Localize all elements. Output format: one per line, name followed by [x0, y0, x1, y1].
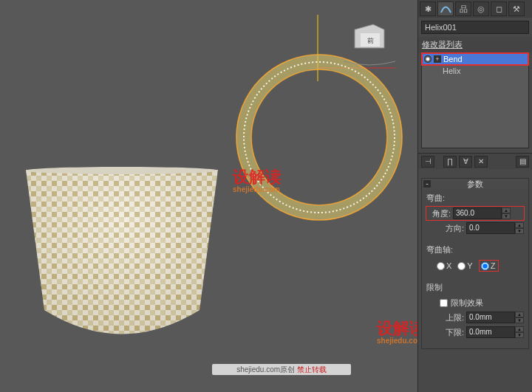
- limit-group-label: 限制: [426, 282, 524, 293]
- axis-x-radio[interactable]: [437, 262, 445, 270]
- show-end-result-button[interactable]: ∏: [443, 156, 457, 168]
- spinner-up[interactable]: ▲: [515, 312, 524, 317]
- direction-spinner[interactable]: 0.0 ▲▼: [466, 222, 524, 234]
- spinner-up[interactable]: ▲: [502, 207, 511, 213]
- watermark: 设解读 shejiedu.com: [233, 166, 282, 193]
- make-unique-button[interactable]: ∀: [459, 156, 472, 168]
- display-tab[interactable]: ◻: [491, 1, 507, 16]
- spinner-down[interactable]: ▼: [502, 213, 511, 219]
- direction-label: 方向:: [441, 223, 464, 234]
- modifier-stack[interactable]: + Bend Helix: [421, 52, 529, 148]
- upper-label: 上限:: [441, 312, 464, 323]
- modify-tab[interactable]: [437, 1, 454, 16]
- viewcube-label: 前: [367, 37, 374, 44]
- bend-axis-radios: X Y Z: [426, 260, 524, 272]
- lightbulb-icon[interactable]: [424, 55, 432, 63]
- spinner-down[interactable]: ▼: [515, 317, 524, 323]
- modifier-bend[interactable]: + Bend: [422, 53, 528, 65]
- modifier-label: Bend: [443, 55, 463, 63]
- footer-credit: shejiedu.com原创 禁止转载: [212, 364, 351, 375]
- spinner-down[interactable]: ▼: [515, 332, 524, 338]
- create-tab[interactable]: ✱: [420, 1, 436, 16]
- remove-modifier-button[interactable]: ✕: [474, 156, 488, 168]
- stack-toolbar: ⊣ ∏ ∀ ✕ ▤: [418, 153, 532, 169]
- collapse-icon[interactable]: -: [423, 180, 431, 188]
- direction-row: 方向: 0.0 ▲▼: [426, 222, 524, 234]
- hierarchy-tab[interactable]: 品: [455, 1, 471, 16]
- axis-y-radio[interactable]: [457, 262, 466, 270]
- motion-tab[interactable]: ◎: [473, 1, 489, 16]
- modifier-label: Helix: [443, 66, 460, 75]
- limit-effect-checkbox[interactable]: [440, 299, 448, 307]
- svg-point-11: [26, 167, 218, 174]
- pin-stack-button[interactable]: ⊣: [421, 156, 434, 168]
- lower-label: 下限:: [441, 327, 464, 338]
- command-panel-tabs: ✱ 品 ◎ ◻ ⚒: [418, 0, 532, 18]
- axis-group-label: 弯曲轴:: [426, 244, 524, 255]
- modifier-helix[interactable]: Helix: [422, 65, 528, 77]
- bend-group-label: 弯曲:: [426, 193, 524, 204]
- expand-icon[interactable]: +: [434, 55, 441, 63]
- rollup-header[interactable]: - 参数: [422, 179, 528, 189]
- lower-spinner[interactable]: 0.0mm ▲▼: [466, 326, 524, 338]
- utilities-tab[interactable]: ⚒: [508, 1, 525, 16]
- spinner-up[interactable]: ▲: [515, 326, 524, 332]
- lower-limit-row: 下限: 0.0mm ▲▼: [426, 326, 524, 338]
- parameters-rollup: - 参数 弯曲: 角度: 360.0 ▲▼ 方向: 0.0 ▲▼ 弯曲轴:: [421, 178, 529, 349]
- angle-row: 角度: 360.0 ▲▼: [426, 207, 524, 220]
- viewport[interactable]: 前: [0, 0, 417, 392]
- spinner-down[interactable]: ▼: [515, 228, 524, 234]
- upper-limit-row: 上限: 0.0mm ▲▼: [426, 312, 524, 323]
- modifier-list-dropdown[interactable]: 修改器列表: [418, 37, 532, 52]
- spinner-up[interactable]: ▲: [515, 222, 524, 228]
- command-panel: ✱ 品 ◎ ◻ ⚒ Helix001 修改器列表 + Bend Helix ⊣ …: [417, 0, 532, 392]
- limit-effect-label: 限制效果: [451, 298, 483, 309]
- angle-label: 角度:: [427, 208, 451, 219]
- axis-z-radio[interactable]: [481, 262, 489, 270]
- upper-spinner[interactable]: 0.0mm ▲▼: [466, 312, 524, 323]
- angle-spinner[interactable]: 360.0 ▲▼: [453, 207, 511, 219]
- configure-button[interactable]: ▤: [516, 156, 529, 168]
- object-name-field[interactable]: Helix001: [421, 21, 529, 34]
